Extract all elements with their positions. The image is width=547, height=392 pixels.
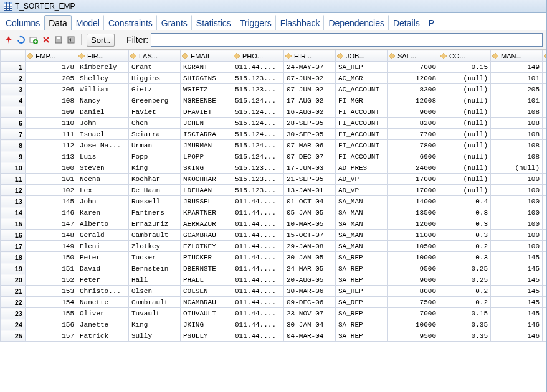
cell[interactable]: (null) bbox=[543, 62, 547, 73]
cell[interactable]: 100 bbox=[491, 230, 543, 241]
table-row[interactable]: 8112Jose Ma...UrmanJMURMAN515.124...07-M… bbox=[1, 140, 547, 151]
cell[interactable]: 30-JAN-05 bbox=[284, 252, 336, 263]
cell[interactable]: Luis bbox=[77, 151, 129, 162]
cell[interactable]: 80 bbox=[543, 297, 547, 308]
cell[interactable]: DFAVIET bbox=[181, 106, 232, 118]
table-row[interactable]: 5109DanielFavietDFAVIET515.124...16-AUG-… bbox=[1, 106, 547, 118]
cell[interactable]: 148 bbox=[26, 230, 77, 241]
cell[interactable]: 30-JAN-04 bbox=[284, 319, 336, 330]
cell[interactable]: Nancy bbox=[77, 95, 129, 106]
cell[interactable]: 9000 bbox=[388, 274, 439, 286]
cell[interactable]: Christo... bbox=[77, 286, 129, 297]
cell[interactable]: 0.3 bbox=[439, 218, 491, 230]
cell[interactable]: 011.44.... bbox=[232, 308, 284, 319]
cell[interactable]: 80 bbox=[543, 274, 547, 286]
cell[interactable]: 011.44.... bbox=[232, 196, 284, 207]
table-row[interactable]: 14146KarenPartnersKPARTNER011.44....05-J… bbox=[1, 207, 547, 218]
table-row[interactable]: 18150PeterTuckerPTUCKER011.44....30-JAN-… bbox=[1, 252, 547, 263]
cell[interactable]: 206 bbox=[26, 84, 77, 95]
cell[interactable]: 07-JUN-02 bbox=[284, 73, 336, 84]
cell[interactable]: 80 bbox=[543, 218, 547, 230]
cell[interactable]: FI_ACCOUNT bbox=[336, 106, 388, 118]
cell[interactable]: 21-SEP-05 bbox=[284, 174, 336, 185]
cell[interactable]: John bbox=[77, 196, 129, 207]
cell[interactable]: COLSEN bbox=[181, 286, 232, 297]
cell[interactable]: 100 bbox=[543, 118, 547, 129]
cell[interactable]: 30-SEP-05 bbox=[284, 129, 336, 140]
cell[interactable]: SA_MAN bbox=[336, 196, 388, 207]
cell[interactable]: 9000 bbox=[388, 106, 439, 118]
cell[interactable]: 07-DEC-07 bbox=[284, 151, 336, 162]
cell[interactable]: 8000 bbox=[388, 286, 439, 297]
table-row[interactable]: 9113LuisPoppLPOPP515.124...07-DEC-07FI_A… bbox=[1, 151, 547, 162]
cell[interactable]: PTUCKER bbox=[181, 252, 232, 263]
cell[interactable]: (null) bbox=[491, 162, 543, 174]
cell[interactable]: 145 bbox=[491, 252, 543, 263]
cell[interactable]: Ismael bbox=[77, 129, 129, 140]
cell[interactable]: William bbox=[77, 84, 129, 95]
cell[interactable]: 30-MAR-06 bbox=[284, 286, 336, 297]
cell[interactable]: Steven bbox=[77, 162, 129, 174]
cell[interactable]: 515.123... bbox=[232, 162, 284, 174]
cell[interactable]: Alberto bbox=[77, 218, 129, 230]
cell[interactable]: 100 bbox=[491, 185, 543, 196]
cell[interactable]: Tucker bbox=[129, 252, 181, 263]
cell[interactable]: 12000 bbox=[388, 218, 439, 230]
delete-row-icon[interactable] bbox=[41, 35, 51, 45]
cell[interactable]: Patrick bbox=[77, 330, 129, 342]
cell[interactable]: SA_REP bbox=[336, 252, 388, 263]
cell[interactable]: Bernstein bbox=[129, 263, 181, 274]
cell[interactable]: Nanette bbox=[77, 297, 129, 308]
cell[interactable]: NGREENBE bbox=[181, 95, 232, 106]
column-header[interactable]: EMP... bbox=[26, 50, 77, 62]
cell[interactable]: 7000 bbox=[388, 62, 439, 73]
pin-icon[interactable] bbox=[4, 35, 14, 45]
cell[interactable]: 0.2 bbox=[439, 286, 491, 297]
cell[interactable]: FI_MGR bbox=[336, 95, 388, 106]
cell[interactable]: Kochhar bbox=[129, 174, 181, 185]
cell[interactable]: 011.44.... bbox=[232, 297, 284, 308]
cell[interactable]: 9500 bbox=[388, 263, 439, 274]
cell[interactable]: 011.44.... bbox=[232, 263, 284, 274]
commit-icon[interactable] bbox=[54, 35, 64, 45]
cell[interactable]: King bbox=[129, 162, 181, 174]
cell[interactable]: 146 bbox=[491, 330, 543, 342]
cell[interactable]: Gietz bbox=[129, 84, 181, 95]
cell[interactable]: JCHEN bbox=[181, 118, 232, 129]
cell[interactable]: 100 bbox=[543, 151, 547, 162]
cell[interactable]: Tuvault bbox=[129, 308, 181, 319]
cell[interactable]: 205 bbox=[491, 84, 543, 95]
column-header[interactable]: PHO... bbox=[232, 50, 284, 62]
cell[interactable]: 80 bbox=[543, 196, 547, 207]
cell[interactable]: DBERNSTE bbox=[181, 263, 232, 274]
cell[interactable]: (null) bbox=[439, 185, 491, 196]
cell[interactable]: 17-JUN-03 bbox=[284, 162, 336, 174]
cell[interactable]: 04-MAR-04 bbox=[284, 330, 336, 342]
cell[interactable]: 101 bbox=[26, 174, 77, 185]
cell[interactable]: 12008 bbox=[388, 73, 439, 84]
cell[interactable]: 07-JUN-02 bbox=[284, 84, 336, 95]
cell[interactable]: 145 bbox=[26, 196, 77, 207]
cell[interactable]: 149 bbox=[26, 241, 77, 252]
cell[interactable]: 110 bbox=[26, 118, 77, 129]
table-row[interactable]: 1178KimberelyGrantKGRANT011.44....24-MAY… bbox=[1, 62, 547, 73]
cell[interactable]: Daniel bbox=[77, 106, 129, 118]
cell[interactable]: 515.123... bbox=[232, 84, 284, 95]
cell[interactable]: Cambrault bbox=[129, 230, 181, 241]
cell[interactable]: Peter bbox=[77, 252, 129, 263]
cell[interactable]: 111 bbox=[26, 129, 77, 140]
cell[interactable]: 14000 bbox=[388, 196, 439, 207]
cell[interactable]: 24-MAY-07 bbox=[284, 62, 336, 73]
cell[interactable]: 108 bbox=[491, 140, 543, 151]
cell[interactable]: FI_ACCOUNT bbox=[336, 118, 388, 129]
cell[interactable]: 0.35 bbox=[439, 319, 491, 330]
cell[interactable]: 109 bbox=[26, 106, 77, 118]
cell[interactable]: 108 bbox=[491, 129, 543, 140]
cell[interactable]: Chen bbox=[129, 118, 181, 129]
cell[interactable]: Zlotkey bbox=[129, 241, 181, 252]
refresh-icon[interactable] bbox=[16, 35, 26, 45]
cell[interactable]: 100 bbox=[491, 174, 543, 185]
cell[interactable]: Higgins bbox=[129, 73, 181, 84]
cell[interactable]: 16-AUG-02 bbox=[284, 106, 336, 118]
cell[interactable]: 515.124... bbox=[232, 95, 284, 106]
